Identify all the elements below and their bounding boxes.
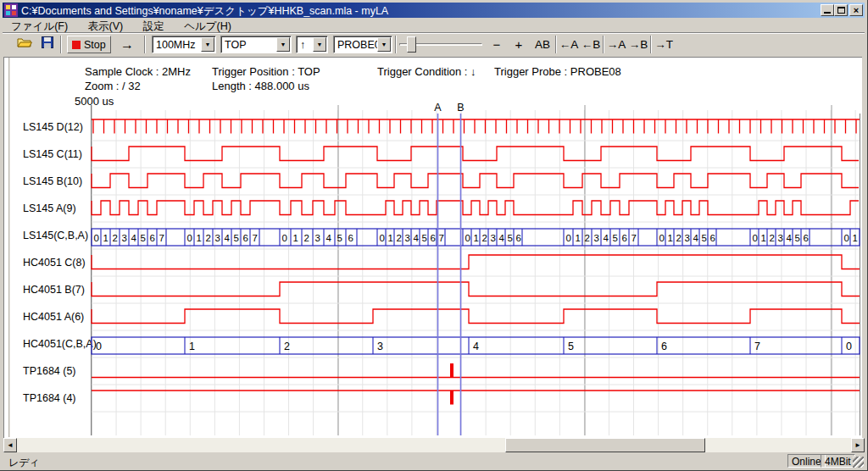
- bus-value: 7: [159, 233, 164, 243]
- bus-value: 2: [482, 233, 487, 243]
- bus-value: 0: [844, 233, 849, 243]
- bus-value: 3: [122, 233, 127, 243]
- statusbar: レディ Online 4MBit: [3, 453, 865, 468]
- bus-value: 2: [770, 233, 775, 243]
- bus-value: 6: [622, 233, 627, 243]
- bus-value: 4: [414, 233, 420, 243]
- bus-value: 4: [499, 233, 505, 243]
- status-ready-text: レディ: [8, 456, 40, 470]
- bus-value: 5: [337, 233, 342, 243]
- bus-value: 1: [474, 233, 479, 243]
- app-window: C:¥Documents and Settings¥noname¥デスクトップ¥…: [0, 0, 868, 471]
- bus-value: 0: [96, 341, 102, 352]
- bus-value: 0: [187, 233, 192, 243]
- horizontal-scrollbar[interactable]: ◄ ►: [3, 438, 865, 452]
- bus-value: 0: [380, 233, 385, 243]
- bus-value: 0: [846, 341, 852, 352]
- bus-value: 5: [234, 233, 239, 243]
- bus-value: 0: [465, 233, 470, 243]
- bus-value: 2: [397, 233, 402, 243]
- bus-value: 1: [197, 233, 202, 243]
- cursor-label: B: [457, 102, 464, 114]
- bus-value: 5: [508, 233, 513, 243]
- bus-value: 6: [243, 233, 248, 243]
- bus-value: 7: [632, 233, 637, 243]
- bus-value: 6: [710, 233, 715, 243]
- bus-value: 5: [795, 233, 800, 243]
- waveform-plot: 0123456701234567012345601234567012345601…: [0, 0, 868, 471]
- bus-value: 0: [659, 233, 665, 243]
- bus-value: 1: [761, 233, 766, 243]
- bus-value: 1: [853, 233, 858, 243]
- bus-value: 5: [141, 233, 146, 243]
- bus-value: 0: [753, 233, 758, 243]
- bus-value: 7: [253, 233, 258, 243]
- bus-value: 2: [304, 233, 309, 243]
- bus-value: 0: [566, 233, 571, 243]
- bus-value: 3: [594, 233, 599, 243]
- bus-value: 4: [225, 233, 231, 243]
- bus-value: 2: [585, 233, 590, 243]
- bus-value: 3: [778, 233, 783, 243]
- bus-value: 7: [439, 233, 444, 243]
- bus-value: 4: [787, 233, 793, 243]
- bus-value: 2: [113, 233, 118, 243]
- scroll-left-button[interactable]: ◄: [3, 438, 17, 452]
- bus-value: 4: [693, 233, 699, 243]
- bus-value: 0: [282, 233, 287, 243]
- bus-value: 1: [668, 233, 673, 243]
- bus-value: 1: [388, 233, 393, 243]
- bus-value: 3: [315, 233, 320, 243]
- bus-value: 2: [206, 233, 211, 243]
- bus-value: 1: [103, 233, 108, 243]
- bus-value: 6: [348, 233, 353, 243]
- memory-badge: 4MBit: [821, 454, 855, 468]
- bus-value: 6: [516, 233, 521, 243]
- bus-value: 2: [284, 341, 290, 352]
- bus-value: 2: [676, 233, 682, 243]
- bus-value: 0: [94, 233, 99, 243]
- bus-value: 4: [473, 341, 479, 352]
- scroll-right-button[interactable]: ►: [851, 438, 865, 452]
- bus-value: 6: [150, 233, 155, 243]
- bus-value: 1: [576, 233, 581, 243]
- bus-value: 1: [189, 341, 195, 352]
- online-badge: Online: [787, 454, 826, 468]
- bus-value: 5: [702, 233, 707, 243]
- bus-value: 1: [293, 233, 298, 243]
- bus-value: 7: [754, 341, 760, 352]
- bus-value: 6: [431, 233, 436, 243]
- bus-value: 6: [804, 233, 809, 243]
- resize-grip[interactable]: [853, 457, 864, 468]
- bus-value: 3: [215, 233, 220, 243]
- bus-value: 3: [491, 233, 496, 243]
- bus-value: 4: [326, 233, 332, 243]
- bus-value: 3: [377, 341, 383, 352]
- bus-value: 4: [604, 233, 609, 243]
- bus-value: 6: [661, 341, 667, 352]
- bus-value: 5: [568, 341, 574, 352]
- bus-value: 5: [422, 233, 427, 243]
- bus-value: 4: [131, 233, 137, 243]
- bus-value: 5: [613, 233, 618, 243]
- cursor-label: A: [434, 102, 442, 114]
- bus-value: 3: [405, 233, 410, 243]
- bus-value: 3: [685, 233, 690, 243]
- scroll-thumb[interactable]: [505, 438, 705, 452]
